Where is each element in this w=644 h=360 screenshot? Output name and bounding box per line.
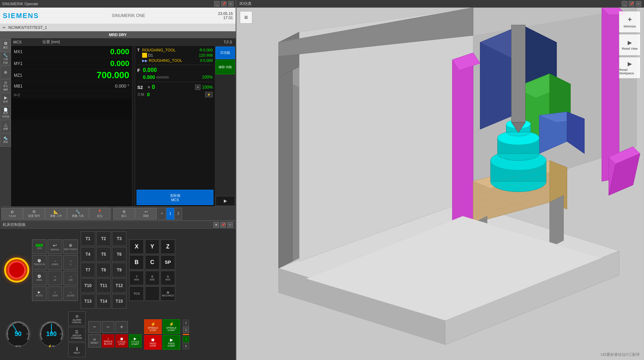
btn-tcs[interactable]: TCS xyxy=(129,286,144,301)
btn-x[interactable]: X xyxy=(129,239,144,254)
toolbar-btn-measure-workpiece[interactable]: 📐 测量 工件 xyxy=(45,208,67,220)
btn-1[interactable]: → 1 xyxy=(63,255,78,270)
btn-t9[interactable]: T9 xyxy=(112,263,127,277)
axis-row-mb1: MB1 0.000 ° xyxy=(11,81,132,91)
btn-9-axis[interactable]: 9AXS xyxy=(161,271,175,285)
btn-t14[interactable]: T14 xyxy=(96,294,111,309)
actual-mcs-btn[interactable]: 实际值 MCS xyxy=(137,190,213,205)
btn-help[interactable]: ℹ HELP xyxy=(68,343,85,357)
btn-feed-start[interactable]: ▶ FEEDSTART xyxy=(163,335,180,350)
mb1-label: MB1 xyxy=(14,84,29,89)
nav-btn-diagnostics[interactable]: △ 诊断 xyxy=(0,120,11,133)
toolbar-page1[interactable]: 1 xyxy=(166,208,174,220)
sinumerik-close-btn[interactable]: × xyxy=(228,1,234,7)
btn-b[interactable]: B xyxy=(129,255,144,270)
btn-c[interactable]: C xyxy=(145,255,160,270)
btn-jog[interactable]: JOG xyxy=(32,239,47,254)
toolbar-btn-tsm[interactable]: ⚙ T,S,M xyxy=(1,208,23,220)
btn-teach-in[interactable]: 🅣 TEACH IN xyxy=(32,255,47,270)
nav-btn-offset[interactable]: ⊕ xyxy=(0,66,11,79)
aux-func-btn[interactable]: 辅助 功能 xyxy=(215,60,235,74)
minimize-view-btn[interactable]: + Minimize xyxy=(619,11,641,33)
btn-t15[interactable]: T15 xyxy=(112,294,127,309)
btn-t3[interactable]: T3 xyxy=(112,231,127,246)
toolbar-btn-turn[interactable]: ↩ 回转 xyxy=(135,208,157,220)
nav-btn-program-mgr[interactable]: 📄 程序管理器 xyxy=(0,106,11,120)
emergency-stop-btn[interactable] xyxy=(4,257,29,283)
nav-btn-tools[interactable]: 🔧 刀具列表 xyxy=(0,52,11,65)
btn-z[interactable]: Z xyxy=(161,239,175,254)
btn-100[interactable]: → 100 xyxy=(63,271,78,285)
btn-t1[interactable]: T1 xyxy=(81,231,95,246)
btn-ref-point[interactable]: ⊕ REF POINT xyxy=(63,239,78,254)
btn-repos[interactable]: ↩ REPOS xyxy=(48,239,62,254)
toolbar-btn-machining[interactable]: ⚙ 加工 xyxy=(113,208,135,220)
tool-r-value: R xyxy=(200,48,203,52)
btn-t13[interactable]: T13 xyxy=(81,294,95,309)
date-display: 23.05.15 xyxy=(218,11,233,16)
btn-mda[interactable]: 🅐 MDA xyxy=(32,271,47,285)
toolbar-page2[interactable]: 2 xyxy=(174,208,182,220)
btn-alarm-cancel[interactable]: ⊘ ALARMCANCEL xyxy=(68,311,85,326)
btn-group-channel[interactable]: ☰ GROUPCHANNEL xyxy=(68,327,85,342)
machine-close-btn[interactable]: × xyxy=(227,222,233,228)
btn-t12[interactable]: T12 xyxy=(112,278,127,293)
btn-wcs-mcs[interactable]: ⊕ WCS MCS xyxy=(161,286,175,301)
mcs-btn-line2: MCS xyxy=(171,198,179,202)
3d-pin-btn[interactable]: 📌 xyxy=(629,1,634,7)
btn-plus[interactable]: + xyxy=(115,321,128,333)
btn-reset[interactable]: ⟳ RESET xyxy=(88,334,101,347)
btn-8-axis[interactable]: 8AXS xyxy=(145,271,160,285)
nav-btn-program[interactable]: ▶ 程序 xyxy=(0,93,11,106)
layers-btn[interactable]: ≡ xyxy=(240,11,252,24)
btn-t6[interactable]: T6 xyxy=(112,247,127,262)
expand-btn[interactable]: ▶ xyxy=(215,196,235,206)
btn-minus[interactable]: − xyxy=(88,321,101,333)
sinumerik-minimize-btn[interactable]: _ xyxy=(214,1,220,7)
btn-sp[interactable]: SP xyxy=(161,255,175,270)
sinumerik-pin-btn[interactable]: 📌 xyxy=(221,1,227,7)
toolbar-nav-more[interactable]: > xyxy=(158,208,166,220)
btn-wave[interactable]: ～ xyxy=(102,321,114,333)
btn-10000[interactable]: → 10.000 xyxy=(63,286,78,301)
left-nav: ⚙ 加工 🔧 刀具列表 ⊕ ◎ 零点偏移 ▶ 程序 xyxy=(0,38,11,206)
btn-cycle-stop[interactable]: ◼ CYCLESTOP xyxy=(115,334,128,347)
nav-btn-commissioning[interactable]: 🔩 调试 xyxy=(0,133,11,147)
nav-btn-zero[interactable]: ◎ 零点偏移 xyxy=(0,79,11,92)
spindle-display: S2 ▼ 0 ✕ 100% 主轴 0 xyxy=(137,82,213,98)
tool-t-row: T ROUGHING_TOOL R 0.000 xyxy=(137,48,213,52)
main-spindle-row: 主轴 0 ⚡ xyxy=(137,91,213,98)
s2-row: S2 ▼ 0 ✕ 100% xyxy=(137,83,213,91)
toolbar-btn-measure-tool[interactable]: 🔧 测量 刀具 xyxy=(67,208,89,220)
btn-cycle-start[interactable]: ▶ CYCLESTART xyxy=(129,334,141,347)
btn-feed-stop[interactable]: ⏹ FEEDSTOP xyxy=(144,335,162,350)
btn-t7[interactable]: T7 xyxy=(81,263,95,277)
g-func-btn[interactable]: G功能 xyxy=(215,47,235,59)
btn-y[interactable]: Y xyxy=(145,239,160,254)
axis-count: ∂>2 xyxy=(11,91,132,99)
toolbar-btn-setup[interactable]: ⚙ 设置 零件 xyxy=(23,208,45,220)
btn-single-block[interactable]: | SINGLEBLOCK xyxy=(102,334,114,347)
3d-minimize-win-btn[interactable]: _ xyxy=(622,1,627,7)
btn-10[interactable]: → 10 xyxy=(48,271,62,285)
reset-workpiece-btn[interactable]: ▶ Reset Workpiece xyxy=(619,57,641,79)
btn-spindle-start[interactable]: ⚡ SPINDLESTART xyxy=(163,319,180,334)
btn-t4[interactable]: T4 xyxy=(81,247,95,262)
btn-auto[interactable]: ▶ AUTO xyxy=(32,286,47,301)
btn-var[interactable]: → [VAR] xyxy=(48,255,62,270)
aux-func-label: 辅助 功能 xyxy=(219,65,232,69)
btn-7-axis[interactable]: 7AXS xyxy=(129,271,144,285)
btn-t10[interactable]: T10 xyxy=(81,278,95,293)
btn-t8[interactable]: T8 xyxy=(96,263,111,277)
3d-close-btn[interactable]: × xyxy=(636,1,641,7)
btn-t5[interactable]: T5 xyxy=(96,247,111,262)
reset-view-btn[interactable]: ▶ Reset View xyxy=(619,34,641,56)
machine-pin-btn[interactable]: 📌 xyxy=(220,222,226,228)
btn-spindle-stop[interactable]: ⚡ SPINDLESTOP xyxy=(144,319,162,334)
toolbar-btn-position[interactable]: 📍 定位 xyxy=(89,208,111,220)
btn-t11[interactable]: T11 xyxy=(96,278,111,293)
nav-btn-machining[interactable]: ⚙ 加工 xyxy=(0,39,11,52)
btn-t2[interactable]: T2 xyxy=(96,231,111,246)
btn-1000[interactable]: → 1000 xyxy=(48,286,62,301)
machine-minimize-btn[interactable]: ▼ xyxy=(213,222,219,228)
